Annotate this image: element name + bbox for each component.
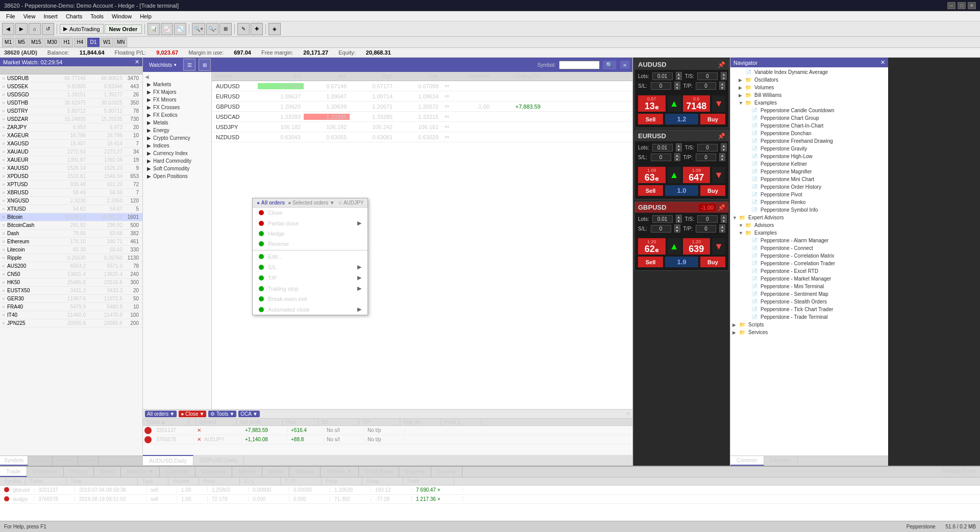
- menu-window[interactable]: Window: [108, 11, 136, 21]
- nav-item-16[interactable]: 📄 Pepperstone Pivot: [730, 191, 888, 198]
- wl-sidebar-collapse[interactable]: ◀: [145, 74, 149, 80]
- nav-item-32[interactable]: 📄 Pepperstone - Trade Terminal: [730, 313, 888, 321]
- wl-spread-icon-4[interactable]: ⇔: [442, 123, 452, 130]
- chart-tab-gbpusd[interactable]: GBPUSD,Daily: [193, 455, 244, 465]
- watchlist-grid-view[interactable]: ⊞: [199, 59, 211, 71]
- nav-row-5[interactable]: 📄 Pepperstone Candle Countdown: [730, 107, 888, 114]
- ctx-reverse[interactable]: Reverse: [253, 239, 368, 249]
- mw-row-eustx50[interactable]: ○ EUSTX50 3431.3 3433.3 20: [0, 287, 142, 295]
- nav-item-25[interactable]: 📄 Pepperstone - Correlation Trader: [730, 260, 888, 267]
- symbol-search-input[interactable]: [559, 61, 600, 69]
- nav-row-20[interactable]: ▼ 📁 Advisors: [730, 222, 888, 229]
- nav-row-6[interactable]: 📄 Pepperstone Chart Group: [730, 115, 888, 121]
- nav-row-34[interactable]: ▶ 📁 Services: [730, 329, 888, 336]
- menu-file[interactable]: File: [2, 11, 19, 21]
- tab-market[interactable]: Market: [232, 467, 262, 477]
- draw-button[interactable]: ✎: [237, 23, 250, 35]
- nav-row-10[interactable]: 📄 Pepperstone Gravity: [730, 145, 888, 152]
- mw-row-usdthb[interactable]: ○ USDTHB 30.62975 30.63325 350: [0, 99, 142, 107]
- tab-journal[interactable]: Journal: [431, 467, 462, 477]
- ctx-automated[interactable]: Automated close ▶: [253, 304, 368, 315]
- nav-row-25[interactable]: 📄 Pepperstone - Correlation Trader: [730, 260, 888, 267]
- nav-row-26[interactable]: 📄 Pepperstone - Excel RTD: [730, 268, 888, 274]
- nav-item-6[interactable]: 📄 Pepperstone Chart Group: [730, 114, 888, 122]
- tw-tp-spinner-audusd[interactable]: ▲▼: [719, 82, 725, 90]
- mw-row-litecoin[interactable]: ○ Litecoin 65.30 68.60 330: [0, 246, 142, 254]
- tw-lots-spinner-audusd[interactable]: ▲▼: [676, 72, 682, 80]
- minimize-button[interactable]: ─: [947, 2, 955, 9]
- market-watch-close[interactable]: ✕: [135, 59, 139, 65]
- nav-row-9[interactable]: 📄 Pepperstone Freehand Drawing: [730, 138, 888, 144]
- terminal-strategy-tester[interactable]: Strategy Tester: [938, 467, 980, 477]
- tw-sl-input-gbpusd[interactable]: [651, 225, 671, 233]
- mw-row-xaueur[interactable]: ○ XAUEUR 1391.87 1392.06 19: [0, 156, 142, 164]
- forward-button[interactable]: ▶: [15, 23, 28, 35]
- tw-sl-spinner-gbpusd[interactable]: ▲▼: [674, 224, 680, 233]
- home-button[interactable]: ⌂: [29, 23, 41, 35]
- mw-row-usdsgd[interactable]: ○ USDSGD 1.39151 1.39177 26: [0, 91, 142, 99]
- nav-row-24[interactable]: 📄 Pepperstone - Correlation Matrix: [730, 252, 888, 259]
- nav-row-13[interactable]: 📄 Pepperstone Magnifier: [730, 168, 888, 175]
- tf-m1[interactable]: M1: [2, 38, 14, 47]
- nav-item-0[interactable]: 📄 Variable Index Dynamic Average: [730, 68, 888, 76]
- tab-calendar[interactable]: Calendar: [160, 467, 195, 477]
- nav-row-3[interactable]: ▶ 📁 Bill Williams: [730, 92, 888, 98]
- mw-tab-trading[interactable]: Trading: [53, 456, 79, 466]
- tw-ts-input-eurusd[interactable]: [697, 144, 718, 151]
- nav-tab-favorites[interactable]: Favorites: [764, 456, 798, 466]
- wl-cat-crypto[interactable]: ▶Crypto Currency: [143, 134, 211, 142]
- nav-row-18[interactable]: 📄 Pepperstone Symbol Info: [730, 207, 888, 213]
- watchlist-list-view[interactable]: ☰: [183, 59, 195, 71]
- tw-buy-btn-eurusd[interactable]: Buy: [700, 185, 725, 196]
- nav-row-7[interactable]: 📄 Pepperstone Chart-In-Chart: [730, 122, 888, 129]
- wl-cat-fx-crosses[interactable]: ▶FX Crosses: [143, 104, 211, 111]
- tw-tp-input-gbpusd[interactable]: [696, 225, 716, 233]
- tw-buy-btn-audusd[interactable]: Buy: [700, 114, 725, 124]
- mw-row-xauusd[interactable]: ○ XAUUSD 1526.14 1526.23 9: [0, 164, 142, 172]
- tf-d1[interactable]: D1: [87, 38, 100, 47]
- watchlists-dropdown[interactable]: Watchlists ▼: [146, 61, 180, 69]
- nav-row-19[interactable]: ▼ 📁 Expert Advisors: [730, 214, 888, 221]
- orders-close[interactable]: ✕: [626, 411, 630, 417]
- order-row[interactable]: 3201137 ✕ +7,883.59 +516.4 No s/l No t/p: [143, 426, 632, 435]
- menu-help[interactable]: Help: [136, 11, 156, 21]
- mw-row-xauaud[interactable]: ○ XAUAUD 2272.93 2273.27 34: [0, 148, 142, 156]
- tab-company[interactable]: Company: [195, 467, 232, 477]
- tw-sl-input-eurusd[interactable]: [651, 154, 671, 161]
- ctx-sl[interactable]: S/L ▶: [253, 262, 368, 272]
- nav-item-1[interactable]: ▶ 📁 Oscillators: [730, 76, 888, 84]
- nav-row-12[interactable]: 📄 Pepperstone Keltner: [730, 161, 888, 167]
- mw-row-usdzar[interactable]: ○ USDZAR 15.24805 15.25535 730: [0, 115, 142, 123]
- nav-item-5[interactable]: 📄 Pepperstone Candle Countdown: [730, 107, 888, 114]
- wl-cat-currency-index[interactable]: ▶Currency Index: [143, 149, 211, 157]
- mw-tab-details[interactable]: Details: [28, 456, 53, 466]
- tw-ts-spinner-eurusd[interactable]: ▲▼: [721, 143, 727, 151]
- ctx-breakeven[interactable]: Break-even exit: [253, 294, 368, 304]
- ctx-tp[interactable]: T/P ▶: [253, 272, 368, 283]
- wl-row-eurusd[interactable]: EURUSD 1.09637 1.09647 1.09714 1.09634 ⇔: [212, 91, 632, 102]
- mw-row-it40[interactable]: ○ IT40 21460.0 21470.0 100: [0, 311, 142, 319]
- tw-tp-input-audusd[interactable]: [696, 82, 716, 90]
- tab-exposure[interactable]: Exposure: [27, 467, 63, 477]
- mw-tab-symbols[interactable]: Symbols: [0, 456, 28, 466]
- nav-item-33[interactable]: ▶ 📁 Scripts: [730, 321, 888, 328]
- mw-row-xpdusd[interactable]: ○ XPDUSD 1533.81 1540.34 653: [0, 172, 142, 181]
- nav-item-21[interactable]: ▼ 📁 Examples: [730, 229, 888, 237]
- nav-item-29[interactable]: 📄 Pepperstone - Sentiment Map: [730, 290, 888, 298]
- nav-item-24[interactable]: 📄 Pepperstone - Correlation Matrix: [730, 252, 888, 260]
- zoom-in-button[interactable]: 🔍+: [192, 23, 205, 35]
- tw-lots-input-eurusd[interactable]: [652, 144, 673, 151]
- nav-row-1[interactable]: ▶ 📁 Oscillators: [730, 77, 888, 83]
- mw-row-dash[interactable]: ○ Dash 79.86 83.68 382: [0, 230, 142, 238]
- grid-button[interactable]: ⊞: [219, 23, 232, 35]
- ctx-hedge[interactable]: Hedge: [253, 229, 368, 239]
- wl-cat-indices[interactable]: ▶Indices: [143, 142, 211, 149]
- mw-row-cn50[interactable]: ○ CN50 13601.4 13625.4 240: [0, 270, 142, 278]
- wl-row-gbpusd[interactable]: GBPUSD 1.20620 1.20639 1.20671 1.20572 ⇔…: [212, 102, 632, 112]
- nav-item-19[interactable]: ▼ 📁 Expert Advisors: [730, 214, 888, 221]
- wl-cat-energy[interactable]: ▶Energy: [143, 126, 211, 134]
- order-close-2[interactable]: ✕: [194, 437, 201, 442]
- wl-cat-markets[interactable]: ▶Markets: [143, 81, 211, 88]
- tw-pin-audusd[interactable]: 📌: [718, 61, 725, 68]
- tab-news[interactable]: News: [94, 467, 121, 477]
